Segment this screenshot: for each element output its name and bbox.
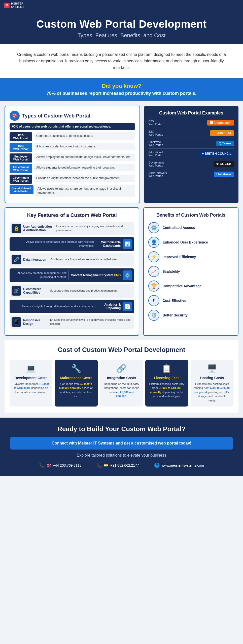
portal-desc-government: Provides a digital interface between the… — [34, 175, 135, 182]
benefit-text-efficiency: Improved Efficiency — [162, 255, 196, 259]
portal-row-government: GovernmentWeb Portal: Provides a digital… — [10, 175, 135, 184]
feature-ecom-icon: 🛒 — [12, 286, 21, 296]
feature-responsive-icon: 📱 — [12, 317, 21, 327]
contact-uk: 📞 🇬🇧 +44 203.769.3113 — [39, 463, 81, 468]
contact-web: 🌐 www.meisteritsystems.com — [154, 463, 204, 468]
examples-section: Custom Web Portal Examples B2BWeb Portal… — [144, 106, 238, 203]
did-you-know-section: Did you know? 70% of businesses report i… — [0, 78, 243, 101]
example-label-employee: EmployeeWeb Portal: — [149, 140, 163, 146]
phone-in-icon: 📞 — [96, 463, 102, 468]
example-label-government: GovernmentWeb Portal: — [149, 161, 164, 167]
phone-uk-number: +44 203.769.3113 — [53, 463, 81, 467]
intro-text: Creating a custom web portal means build… — [15, 51, 228, 71]
cost-section: Cost of Custom Web Portal Development 💻 … — [5, 340, 238, 413]
row-features-benefits: Key Features of a Custom Web Portal 🔒 Us… — [5, 207, 238, 336]
benefits-section: Benefits of Custom Web Portals ⚙️ Centra… — [143, 207, 238, 336]
example-row-social: Social NetworkWeb Portal: f facebook — [149, 171, 234, 179]
portal-row-b2b: B2BWeb Portal: Connects businesses to ot… — [10, 132, 135, 141]
portal-label-b2b: B2BWeb Portal: — [10, 132, 32, 141]
page-subtitle: Types, Features, Benefits, and Cost — [10, 32, 233, 39]
feature-data: 🔗 Data Integration Combines data from va… — [10, 253, 134, 266]
types-stat-bar: 60% of users prefer web portals that off… — [10, 123, 135, 130]
portal-desc-social: Allows users to interact, share content,… — [36, 185, 135, 197]
example-brand-b2c: 🍴 JUST EAT — [210, 130, 234, 136]
feature-responsive: 📱 ResponsiveDesign Ensures the portal wo… — [10, 315, 134, 329]
types-section: 🎯 Types of Custom Web Portal 60% of user… — [5, 106, 140, 203]
example-row-employee: EmployeeWeb Portal: ⬡ Teams — [149, 140, 234, 149]
divider-white2 — [68, 270, 69, 280]
divider2 — [48, 255, 48, 264]
logo-text: MEISTER SYSTEMS — [11, 2, 24, 9]
intro-section: Creating a custom web portal means build… — [0, 44, 243, 78]
example-row-educational: EducationalWeb Portal: ✦ BRITISH COUNCIL — [149, 151, 234, 159]
feature-auth-desc: Ensures secure access by verifying user … — [56, 224, 132, 232]
benefit-icon-competitive: 🏆 — [148, 280, 159, 292]
feature-cms-desc: Allows easy creation, management, and pu… — [12, 271, 66, 279]
benefit-competitive: 🏆 Competitive Advantage — [148, 280, 233, 292]
example-brand-government: ♛ GOV.UK — [214, 161, 234, 167]
benefit-icon-centralised: ⚙️ — [148, 222, 159, 233]
example-brand-educational: ✦ BRITISH COUNCIL — [199, 151, 234, 156]
cost-desc-licensing: Platform licensing costs vary from £1,00… — [148, 382, 185, 398]
benefits-title: Benefits of Custom Web Portals — [148, 212, 233, 218]
website-url: www.meisteritsystems.com — [162, 463, 204, 467]
cost-card-licensing: 📋 Licensing Fees Platform licensing cost… — [145, 360, 188, 407]
feature-analytics: Provides insights through data analysis … — [10, 300, 134, 313]
feature-dashboard: Allows users to personalise their interf… — [10, 237, 134, 251]
cost-icon-licensing: 📋 — [148, 364, 185, 373]
feature-auth: 🔒 User Authentication& Authorisation Ens… — [10, 222, 134, 235]
cta-section: Ready to Build Your Custom Web Portal? C… — [0, 418, 243, 476]
cost-icon-hosting: 🖥️ — [194, 364, 230, 373]
benefit-security: 🛡️ Better Security — [148, 310, 233, 321]
feature-data-icon: 🔗 — [12, 255, 21, 264]
benefit-scalability: 📈 Scalability — [148, 266, 233, 277]
example-label-b2b: B2BWeb Portal: — [149, 120, 163, 126]
feature-auth-icon: 🔒 — [12, 224, 21, 233]
portal-desc-b2b: Connects businesses to other businesses. — [34, 132, 135, 140]
example-brand-employee: ⬡ Teams — [216, 141, 234, 146]
cost-card-dev: 💻 Development Costs Typically range from… — [10, 360, 52, 407]
divider4 — [48, 317, 48, 327]
phone-uk-icon: 📞 — [39, 463, 45, 468]
portal-label-educational: EducationalWeb Portal: — [10, 164, 32, 173]
example-label-social: Social NetworkWeb Portal: — [149, 171, 167, 177]
feature-cms-icon: ⚙️ — [123, 270, 132, 280]
example-row-b2b: B2BWeb Portal: 🅰 Alibaba.com — [149, 120, 234, 128]
feature-analytics-name: Analytics &Reporting — [98, 303, 121, 310]
feature-ecom-name: E-commerceCapabilities — [23, 287, 46, 294]
header-wrapper: M MEISTER SYSTEMS Custom Web Portal Deve… — [0, 0, 243, 44]
feature-ecom-desc: Supports online transactions and product… — [50, 289, 132, 293]
feature-dashboard-name: CustomisableDashboards — [98, 240, 121, 248]
benefit-text-scalability: Scalability — [162, 269, 180, 273]
portal-row-educational: EducationalWeb Portal: Allows students t… — [10, 164, 135, 173]
feature-responsive-name: ResponsiveDesign — [23, 318, 46, 326]
cta-heading: Ready to Build Your Custom Web Portal? — [10, 425, 233, 433]
cta-bar: Connect with Meister IT Systems and get … — [10, 437, 233, 450]
cost-card-hosting: 🖥️ Hosting Costs Expect to pay hosting c… — [191, 360, 233, 407]
flag-uk-icon: 🇬🇧 — [47, 463, 51, 467]
portal-row-employee: EmployeeWeb Portal: Allows employees to … — [10, 153, 135, 163]
portal-label-social: Social NetworkWeb Portal: — [10, 185, 33, 194]
benefit-text-centralised: Centralised Access — [162, 226, 195, 230]
feature-cms-name: Content Management System CMS — [71, 273, 121, 277]
main-content: 🎯 Types of Custom Web Portal 60% of user… — [0, 101, 243, 418]
feature-dashboard-icon: 📊 — [123, 239, 132, 249]
did-you-know-title: Did you know? — [10, 83, 233, 89]
feature-cms: Allows easy creation, management, and pu… — [10, 268, 134, 282]
cost-title-licensing: Licensing Fees — [148, 376, 185, 380]
feature-data-desc: Combines data from various sources for a… — [50, 258, 132, 261]
portal-desc-employee: Allows employees to communicate, assign … — [34, 153, 135, 161]
benefit-centralised: ⚙️ Centralised Access — [148, 222, 233, 233]
divider-white — [96, 239, 96, 249]
cost-title-hosting: Hosting Costs — [194, 376, 230, 380]
example-row-b2c: B2CWeb Portal: 🍴 JUST EAT — [149, 130, 234, 138]
benefit-icon-efficiency: ⚡ — [148, 251, 159, 262]
example-brand-social: f facebook — [214, 172, 234, 177]
cost-icon-maintenance: 🔧 — [58, 364, 95, 373]
cost-title-maintenance: Maintenance Costs — [58, 376, 95, 380]
portal-label-government: GovernmentWeb Portal: — [10, 175, 32, 184]
cost-icon-dev: 💻 — [13, 364, 49, 373]
benefit-icon-security: 🛡️ — [148, 310, 159, 321]
did-you-know-stat: 70% of businesses report increased produ… — [10, 91, 233, 96]
benefit-efficiency: ⚡ Improved Efficiency — [148, 251, 233, 262]
